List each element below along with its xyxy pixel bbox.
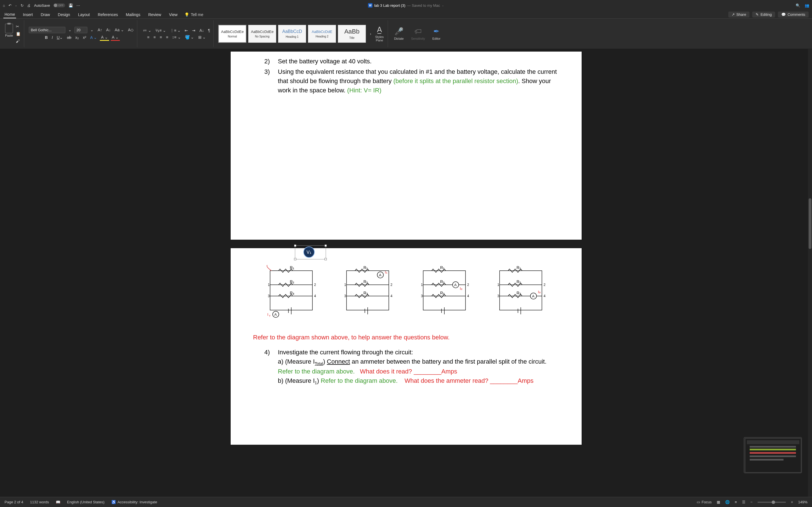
svg-text:2: 2	[314, 283, 316, 287]
sort-icon[interactable]: A↓	[198, 27, 205, 33]
svg-text:R₂: R₂	[290, 279, 294, 284]
align-center-icon[interactable]: ≡	[152, 34, 157, 40]
tell-me[interactable]: 💡 Tell me	[185, 12, 203, 17]
document-area[interactable]: 2) Set the battery voltage at 40 volts. …	[0, 49, 812, 497]
style-title[interactable]: AaBb Title	[338, 25, 366, 43]
more-icon[interactable]: ⋯	[77, 3, 80, 8]
superscript-button[interactable]: x²	[82, 35, 87, 40]
underline-button[interactable]: U ⌄	[56, 35, 64, 40]
numbering-icon[interactable]: ⅓≡ ⌄	[154, 27, 167, 33]
vertical-scrollbar[interactable]	[808, 49, 812, 497]
style-normal[interactable]: AaBbCcDdEe Normal	[218, 25, 246, 43]
comment-icon: 💬	[781, 12, 786, 17]
style-heading1[interactable]: AaBbCcD Heading 1	[278, 25, 306, 43]
page-1[interactable]: 2) Set the battery voltage at 40 volts. …	[231, 51, 582, 240]
font-name-select[interactable]	[29, 27, 65, 33]
multilevel-icon[interactable]: ⋮≡ ⌄	[169, 27, 182, 33]
align-right-icon[interactable]: ≡	[158, 34, 163, 40]
tab-design[interactable]: Design	[57, 11, 71, 18]
title-dropdown[interactable]: ⌄	[442, 4, 444, 7]
text-effects-icon[interactable]: A ⌄	[89, 35, 98, 40]
dictate-button[interactable]: 🎤 Dictate	[393, 27, 405, 40]
svg-rect-63	[750, 446, 796, 448]
shading-icon[interactable]: 🪣 ⌄	[184, 34, 195, 40]
italic-button[interactable]: I	[50, 35, 54, 40]
draft-view-icon[interactable]: ☰	[742, 500, 746, 504]
autosave-toggle[interactable]: OFF	[53, 3, 65, 7]
spelling-icon[interactable]: 📖	[56, 500, 60, 504]
language-indicator[interactable]: English (United States)	[67, 500, 105, 504]
tab-mailings[interactable]: Mailings	[124, 11, 141, 18]
accessibility-icon: ♿	[111, 500, 116, 504]
page-2[interactable]: V₁ R₁ R₂ 1 2 R₃	[231, 248, 582, 445]
undo-dropdown[interactable]: ⌄	[15, 4, 17, 7]
tab-view[interactable]: View	[168, 11, 179, 18]
increase-indent-icon[interactable]: ⇥	[191, 27, 197, 33]
font-color-icon[interactable]: A ⌄	[111, 34, 120, 41]
grow-font-icon[interactable]: A↑	[96, 27, 103, 33]
subscript-button[interactable]: x₂	[74, 35, 80, 40]
circuit-diagram[interactable]: V₁ R₁ R₂ 1 2 R₃	[253, 260, 559, 327]
borders-icon[interactable]: ⊞ ⌄	[197, 34, 207, 40]
editing-button[interactable]: ✎ Editing	[752, 11, 775, 17]
highlight-icon[interactable]: A ⌄	[100, 34, 109, 41]
scrollbar-thumb[interactable]	[809, 198, 811, 249]
tab-review[interactable]: Review	[147, 11, 162, 18]
page-indicator[interactable]: Page 2 of 4	[4, 500, 23, 504]
share-button[interactable]: ↗ Share	[728, 11, 750, 17]
outline-view-icon[interactable]: ≡	[735, 500, 737, 504]
style-no-spacing[interactable]: AaBbCcDdEe No Spacing	[248, 25, 276, 43]
print-icon[interactable]: 🖨	[27, 3, 31, 8]
decrease-indent-icon[interactable]: ⇤	[184, 27, 189, 33]
justify-icon[interactable]: ≡	[165, 34, 169, 40]
tab-draw[interactable]: Draw	[40, 11, 51, 18]
format-painter-icon[interactable]: 🖌	[15, 38, 22, 44]
undo-icon[interactable]: ↶	[8, 3, 11, 8]
shrink-font-icon[interactable]: A↓	[105, 27, 112, 33]
style-heading2[interactable]: AaBbCcDdE Heading 2	[308, 25, 336, 43]
styles-pane-button[interactable]: A̲ Styles Pane	[373, 25, 386, 42]
web-layout-view-icon[interactable]: 🌐	[725, 500, 730, 504]
zoom-out-button[interactable]: −	[751, 500, 753, 504]
focus-button[interactable]: ▭ Focus	[697, 500, 712, 504]
accessibility-indicator[interactable]: ♿ Accessibility: Investigate	[111, 500, 157, 504]
paste-button[interactable]: Paste	[5, 24, 13, 44]
word-count[interactable]: 1132 words	[30, 500, 49, 504]
svg-text:R₃: R₃	[440, 291, 445, 295]
font-dropdown[interactable]: ⌄	[67, 27, 73, 33]
user-icon[interactable]: 👥	[805, 3, 809, 8]
comments-button[interactable]: 💬 Comments	[778, 11, 809, 17]
align-left-icon[interactable]: ≡	[146, 34, 151, 40]
search-icon[interactable]: 🔍	[796, 3, 800, 8]
line-spacing-icon[interactable]: ↕≡ ⌄	[171, 34, 182, 40]
clear-format-icon[interactable]: A◇	[127, 27, 135, 33]
size-dropdown[interactable]: ⌄	[89, 27, 95, 33]
zoom-slider[interactable]	[758, 502, 786, 503]
copy-icon[interactable]: 📋	[15, 31, 22, 37]
svg-text:R₂: R₂	[440, 279, 445, 284]
strikethrough-button[interactable]: ab	[66, 35, 72, 40]
home-icon[interactable]: ⌂	[3, 3, 5, 8]
tab-references[interactable]: References	[97, 11, 119, 18]
styles-more[interactable]: ›	[369, 31, 372, 37]
sensitivity-button[interactable]: 🏷 Sensitivity	[409, 27, 427, 40]
save-icon[interactable]: 💾	[68, 3, 73, 8]
bullets-icon[interactable]: ≔ ⌄	[142, 27, 153, 33]
change-case-icon[interactable]: Aa ⌄	[114, 27, 125, 33]
zoom-level[interactable]: 149%	[798, 500, 808, 504]
zoom-slider-thumb[interactable]	[772, 501, 775, 504]
tab-home[interactable]: Home	[3, 11, 16, 18]
show-marks-icon[interactable]: ¶	[207, 27, 211, 33]
tab-layout[interactable]: Layout	[77, 11, 91, 18]
redo-icon[interactable]: ↻	[20, 3, 24, 8]
voltmeter-object[interactable]: V₁	[303, 246, 315, 258]
editor-button[interactable]: ✒ Editor	[431, 27, 442, 40]
cut-icon[interactable]: ✂	[15, 24, 22, 29]
svg-text:4: 4	[314, 294, 316, 298]
tab-insert[interactable]: Insert	[22, 11, 34, 18]
bold-button[interactable]: B	[44, 35, 49, 40]
font-size-select[interactable]	[74, 27, 87, 33]
zoom-in-button[interactable]: +	[791, 500, 793, 504]
navigation-thumbnail[interactable]	[744, 437, 802, 473]
print-layout-view-icon[interactable]: ▦	[717, 500, 720, 504]
